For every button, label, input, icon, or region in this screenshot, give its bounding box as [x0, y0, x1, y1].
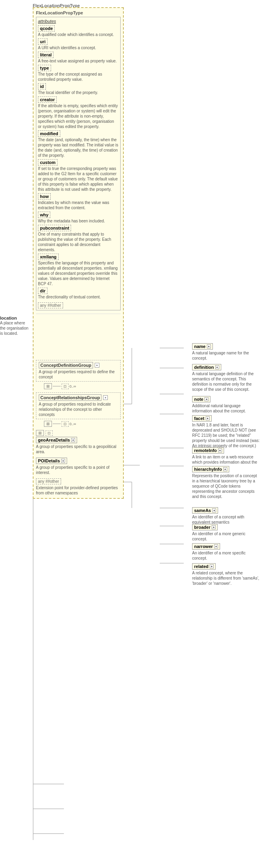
- geo-area-row: ⊞ ⊡ geoAreaDetails + A group of properti…: [36, 430, 121, 454]
- field-custom-box[interactable]: custom: [38, 159, 58, 166]
- field-type-desc: The type of the concept assigned as cont…: [38, 72, 119, 82]
- poi-expand[interactable]: +: [61, 459, 65, 463]
- field-uri: uri A URI which identifies a concept.: [38, 38, 119, 50]
- same-as-box[interactable]: sameAs +: [192, 507, 218, 514]
- field-literal-box[interactable]: literal: [38, 52, 54, 58]
- geo-area-expand[interactable]: +: [71, 438, 75, 442]
- location-desc: A place where the organisation is locate…: [0, 320, 30, 336]
- same-as-element: sameAs + An identifier of a concept with…: [192, 507, 260, 525]
- broader-expand-icon[interactable]: +: [212, 525, 216, 529]
- field-creator-box[interactable]: creator: [38, 96, 57, 103]
- field-custom: custom If set to true the corresponding …: [38, 159, 119, 192]
- field-why-desc: Why the metadata has been included.: [38, 218, 119, 224]
- definition-expand-icon[interactable]: +: [215, 365, 219, 369]
- field-pubconstraint-desc: One of many constraints that apply to pu…: [38, 232, 119, 252]
- name-expand-icon[interactable]: +: [207, 344, 211, 348]
- narrower-box[interactable]: narrower +: [192, 543, 220, 550]
- attributes-section: attributes qcode A qualified code which …: [36, 17, 121, 310]
- name-element: name + A natural language name for the c…: [192, 343, 260, 361]
- facet-expand-icon[interactable]: +: [206, 416, 210, 420]
- main-title: FlexLocationPropType: [36, 10, 121, 15]
- field-literal: literal A free-text value assigned as pr…: [38, 52, 119, 64]
- field-id-desc: The local identifier of the property.: [38, 90, 119, 95]
- poi-row: POIDetails + A group of properties speci…: [36, 458, 121, 475]
- name-box[interactable]: name +: [192, 343, 213, 350]
- any-other-bottom-desc: Extension point for provider-defined pro…: [36, 485, 121, 496]
- same-as-desc: An identifier of a concept with equivale…: [192, 514, 260, 525]
- note-expand-icon[interactable]: +: [204, 397, 208, 401]
- poi-desc: A group of properties specific to a poin…: [36, 465, 121, 475]
- diagram-container: FlexLocationPropType FlexLocationPropTyp…: [0, 0, 264, 868]
- definition-element: definition + A natural language definiti…: [192, 364, 260, 392]
- facet-element: facet + In NAR 1.8 and later, facet is d…: [192, 415, 260, 448]
- definition-desc: A natural language definition of the sem…: [192, 371, 260, 392]
- note-element: note + Additional natural language infor…: [192, 396, 260, 414]
- field-modified: modified The date (and, optionally, the …: [38, 130, 119, 158]
- field-creator-desc: If the attribute is empty, specifies whi…: [38, 103, 119, 129]
- field-custom-desc: If set to true the corresponding propert…: [38, 166, 119, 192]
- hierarchy-info-expand-icon[interactable]: +: [223, 467, 227, 471]
- field-type: type The type of the concept assigned as…: [38, 65, 119, 82]
- field-uri-box[interactable]: uri: [38, 38, 48, 45]
- field-how: how Indicates by which means the value w…: [38, 193, 119, 210]
- concept-definition-group-box: ConceptDefinitionGroup + A group of prop…: [36, 360, 121, 382]
- concept-relationships-group-box: ConceptRelationshipsGroup + A group of p…: [36, 392, 121, 419]
- remote-info-box[interactable]: remoteInfo +: [192, 447, 224, 454]
- any-other-field: any ##other: [38, 302, 63, 308]
- related-desc: A related concept, where the relationshi…: [192, 570, 260, 586]
- remote-info-expand-icon[interactable]: +: [218, 448, 222, 452]
- field-id-box[interactable]: id: [38, 83, 46, 90]
- field-uri-desc: A URI which identifies a concept.: [38, 45, 119, 50]
- main-content-box: FlexLocationPropType attributes qcode A …: [33, 7, 124, 499]
- any-other-bottom-row: any ##other Extension point for provider…: [36, 478, 121, 496]
- hierarchy-info-desc: Represents the position of a concept in …: [192, 473, 260, 499]
- field-xmllang: xmllang Specifies the language of this p…: [38, 254, 119, 286]
- any-other-bottom: any ##other: [36, 478, 61, 484]
- broader-element: broader + An identifier of a more generi…: [192, 524, 260, 542]
- concept-relationships-group-label[interactable]: ConceptRelationshipsGroup: [39, 394, 101, 401]
- field-id: id The local identifier of the property.: [38, 83, 119, 95]
- poi-details-box[interactable]: POIDetails +: [36, 458, 67, 464]
- field-qcode-desc: A qualified code which identifies a conc…: [38, 32, 119, 37]
- field-xmllang-desc: Specifies the language of this property …: [38, 260, 119, 286]
- field-xmllang-box[interactable]: xmllang: [38, 254, 59, 260]
- broader-box[interactable]: broader +: [192, 524, 218, 530]
- narrower-expand-icon[interactable]: +: [214, 544, 218, 548]
- concept-definition-group-desc: A group of properties required to define…: [39, 369, 118, 380]
- facet-box[interactable]: facet +: [192, 415, 212, 422]
- concept-relationships-group-desc: A group of properties required to indica…: [39, 402, 118, 417]
- broader-desc: An identifier of a more generic concept.: [192, 531, 260, 542]
- same-as-expand-icon[interactable]: +: [212, 508, 216, 512]
- location-row: location A place where the organisation …: [36, 314, 121, 336]
- hierarchy-info-element: hierarchyInfo + Represents the position …: [192, 466, 260, 499]
- concept-relationships-group-expand[interactable]: +: [103, 395, 108, 400]
- hierarchy-info-box[interactable]: hierarchyInfo +: [192, 466, 229, 472]
- concept-definition-group-label[interactable]: ConceptDefinitionGroup: [39, 362, 93, 368]
- definition-box[interactable]: definition +: [192, 364, 221, 370]
- field-pubconstraint-box[interactable]: pubconstraint: [38, 225, 71, 231]
- field-why: why Why the metadata has been included.: [38, 212, 119, 224]
- field-dir: dir The directionality of textual conten…: [38, 288, 119, 300]
- field-qcode-box[interactable]: qcode: [38, 25, 55, 32]
- geo-area-desc: A group of properties specific to a geop…: [36, 444, 121, 454]
- geo-area-details-box[interactable]: geoAreaDetails +: [36, 437, 77, 443]
- related-expand-icon[interactable]: +: [210, 564, 214, 568]
- def-group-seq: ⊞ ⊡ 0..∞: [44, 383, 121, 389]
- note-desc: Additional natural language information …: [192, 403, 260, 414]
- field-how-desc: Indicates by which means the value was e…: [38, 200, 119, 210]
- field-why-box[interactable]: why: [38, 212, 50, 218]
- field-literal-desc: A free-text value assigned as property v…: [38, 58, 119, 64]
- field-modified-box[interactable]: modified: [38, 130, 60, 137]
- field-modified-desc: The date (and, optionally, the time) whe…: [38, 137, 119, 158]
- narrower-desc: An identifier of a more specific concept…: [192, 550, 260, 561]
- field-dir-box[interactable]: dir: [38, 288, 48, 294]
- rel-group-seq: ⊞ ⊡ 0..∞: [44, 421, 121, 427]
- field-how-box[interactable]: how: [38, 193, 51, 200]
- field-creator: creator If the attribute is empty, speci…: [38, 96, 119, 129]
- concept-definition-group-expand[interactable]: +: [95, 363, 99, 368]
- related-element: related + A related concept, where the r…: [192, 563, 260, 586]
- note-box[interactable]: note +: [192, 396, 210, 402]
- field-type-box[interactable]: type: [38, 65, 51, 71]
- related-box[interactable]: related +: [192, 563, 216, 570]
- field-pubconstraint: pubconstraint One of many constraints th…: [38, 225, 119, 252]
